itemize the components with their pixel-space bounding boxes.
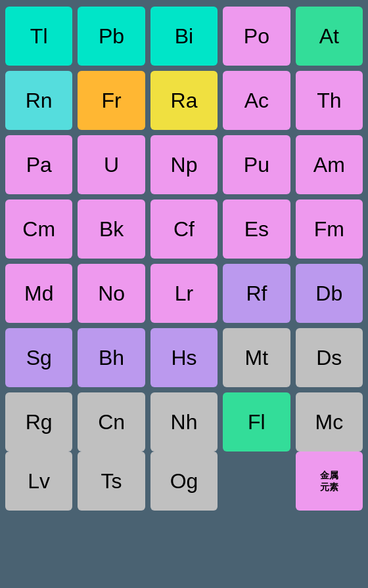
element-pb[interactable]: Pb xyxy=(78,7,145,66)
element-ts[interactable]: Ts xyxy=(78,452,145,511)
element-np[interactable]: Np xyxy=(150,135,218,194)
element-grid: TlPbBiPoAtRnFrRaAcThPaUNpPuAmCmBkCfEsFmM… xyxy=(5,7,363,452)
element-md[interactable]: Md xyxy=(5,264,72,323)
element-mc[interactable]: Mc xyxy=(296,392,363,452)
element-rf[interactable]: Rf xyxy=(223,264,290,323)
element-lr[interactable]: Lr xyxy=(150,264,218,323)
element-am[interactable]: Am xyxy=(296,135,363,194)
element-no[interactable]: No xyxy=(78,264,145,323)
element-ds[interactable]: Ds xyxy=(296,328,363,387)
element-bi[interactable]: Bi xyxy=(150,7,218,66)
element-at[interactable]: At xyxy=(296,7,363,66)
element-og[interactable]: Og xyxy=(150,452,218,511)
element-fm[interactable]: Fm xyxy=(296,200,363,259)
element-hs[interactable]: Hs xyxy=(150,328,218,387)
element-rg[interactable]: Rg xyxy=(5,392,72,452)
element-db[interactable]: Db xyxy=(296,264,363,323)
element-th[interactable]: Th xyxy=(296,71,363,130)
element-u[interactable]: U xyxy=(78,135,145,194)
element-pa[interactable]: Pa xyxy=(5,135,72,194)
element-rn[interactable]: Rn xyxy=(5,71,72,130)
element-es[interactable]: Es xyxy=(223,200,290,259)
element-ra[interactable]: Ra xyxy=(150,71,218,130)
element-bk[interactable]: Bk xyxy=(78,200,145,259)
element-cn[interactable]: Cn xyxy=(78,392,145,452)
element-po[interactable]: Po xyxy=(223,7,290,66)
element-tl[interactable]: Tl xyxy=(5,7,72,66)
element-fl[interactable]: Fl xyxy=(223,392,290,452)
element-mt[interactable]: Mt xyxy=(223,328,290,387)
legend-item-0: 金属 元素 xyxy=(296,452,363,511)
element-lv[interactable]: Lv xyxy=(5,452,72,511)
element-cf[interactable]: Cf xyxy=(150,200,218,259)
element-ac[interactable]: Ac xyxy=(223,71,290,130)
element-cm[interactable]: Cm xyxy=(5,200,72,259)
element-bh[interactable]: Bh xyxy=(78,328,145,387)
bottom-row: LvTsOg金属 元素非金属 元素 xyxy=(5,452,363,511)
element-fr[interactable]: Fr xyxy=(78,71,145,130)
element-pu[interactable]: Pu xyxy=(223,135,290,194)
spacer xyxy=(223,452,290,511)
element-sg[interactable]: Sg xyxy=(5,328,72,387)
element-nh[interactable]: Nh xyxy=(150,392,218,452)
